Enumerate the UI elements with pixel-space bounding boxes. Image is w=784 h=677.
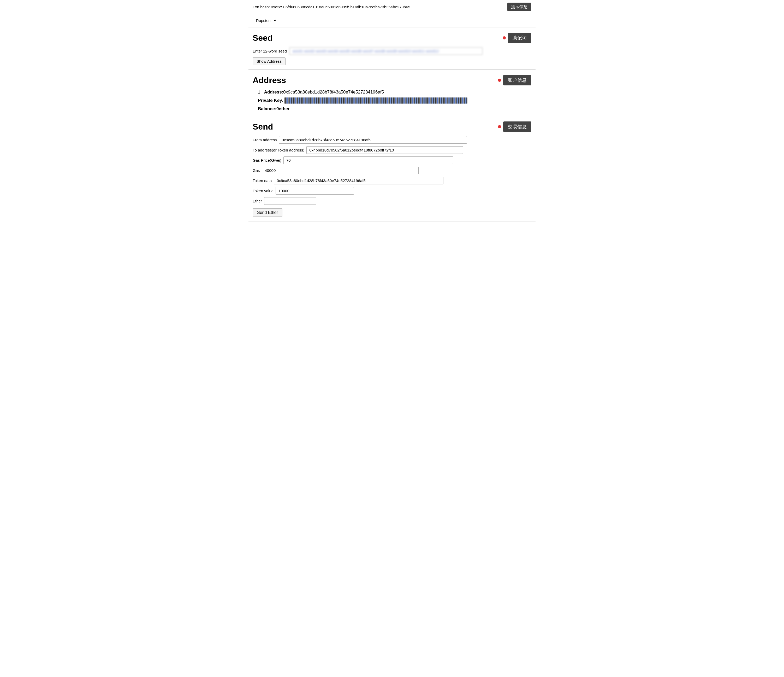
send-badge: 交易信息 (503, 122, 531, 132)
gas-price-row: Gas Price(Gwei) (253, 156, 531, 164)
address-badge-area: 账户信息 (498, 75, 531, 86)
seed-section-title: Seed (253, 33, 272, 43)
gas-price-label: Gas Price(Gwei) (253, 158, 282, 162)
token-data-row: Token data (253, 177, 531, 184)
send-badge-area: 交易信息 (498, 122, 531, 132)
token-data-input[interactable] (274, 177, 443, 184)
from-address-label: From address (253, 138, 277, 142)
token-value-input[interactable] (275, 187, 354, 195)
seed-red-dot (502, 36, 506, 39)
from-address-row: From address (253, 136, 531, 144)
network-select[interactable]: Ropsten Mainnet Rinkeby Kovan (253, 17, 277, 24)
private-key-blur (285, 97, 467, 104)
address-section-header: Address 账户信息 (253, 75, 531, 86)
send-section: Send 交易信息 From address To address(or Tok… (249, 116, 535, 222)
private-key-label: Private Key. (258, 98, 283, 103)
seed-section-header: Seed 助记词 (253, 33, 531, 43)
private-key-line: Private Key. (258, 97, 531, 104)
balance-line: Balance:0ether (258, 106, 531, 112)
address-value: 0x9ca53a80ebd1d28b78f43a50e74e527284196a… (283, 90, 384, 95)
txn-hash-text: Txn hash: 0xc2c906fd6606388cda1918a0c590… (253, 5, 504, 9)
seed-badge-area: 助记词 (502, 33, 531, 43)
send-red-dot (498, 125, 501, 128)
ether-input[interactable] (264, 197, 316, 205)
to-address-input[interactable] (306, 146, 463, 154)
send-ether-button[interactable]: Send Ether (253, 208, 282, 217)
item-number: 1. (258, 90, 261, 95)
token-value-row: Token value (253, 187, 531, 195)
txn-hash-tooltip-badge: 提示信息 (507, 3, 531, 11)
seed-section: Seed 助记词 Enter 12-word seed Show Address (249, 27, 535, 70)
network-bar: Ropsten Mainnet Rinkeby Kovan (249, 14, 535, 27)
seed-input[interactable] (289, 47, 482, 55)
address-line: 1. Address:0x9ca53a80ebd1d28b78f43a50e74… (258, 90, 531, 95)
gas-row: Gas (253, 167, 531, 174)
gas-label: Gas (253, 168, 260, 173)
send-section-header: Send 交易信息 (253, 122, 531, 132)
txn-hash-bar: Txn hash: 0xc2c906fd6606388cda1918a0c590… (249, 0, 535, 14)
address-label: Address: (264, 90, 283, 95)
address-item: 1. Address:0x9ca53a80ebd1d28b78f43a50e74… (258, 90, 531, 112)
address-red-dot (498, 79, 501, 82)
seed-input-row: Enter 12-word seed (253, 47, 531, 55)
token-data-label: Token data (253, 178, 272, 183)
address-section-title: Address (253, 75, 286, 85)
seed-badge: 助记词 (508, 33, 531, 43)
balance-label: Balance: (258, 106, 276, 111)
seed-label: Enter 12-word seed (253, 49, 287, 53)
gas-price-input[interactable] (283, 156, 453, 164)
to-address-row: To address(or Token address) (253, 146, 531, 154)
show-address-button[interactable]: Show Address (253, 58, 286, 65)
send-section-title: Send (253, 122, 273, 132)
address-section: Address 账户信息 1. Address:0x9ca53a80ebd1d2… (249, 70, 535, 116)
ether-label: Ether (253, 199, 262, 203)
gas-input[interactable] (262, 167, 418, 174)
token-value-label: Token value (253, 189, 274, 193)
to-address-label: To address(or Token address) (253, 148, 304, 152)
address-badge: 账户信息 (503, 75, 531, 86)
ether-row: Ether (253, 197, 531, 205)
balance-value: 0ether (276, 106, 290, 111)
from-address-input[interactable] (279, 136, 467, 144)
